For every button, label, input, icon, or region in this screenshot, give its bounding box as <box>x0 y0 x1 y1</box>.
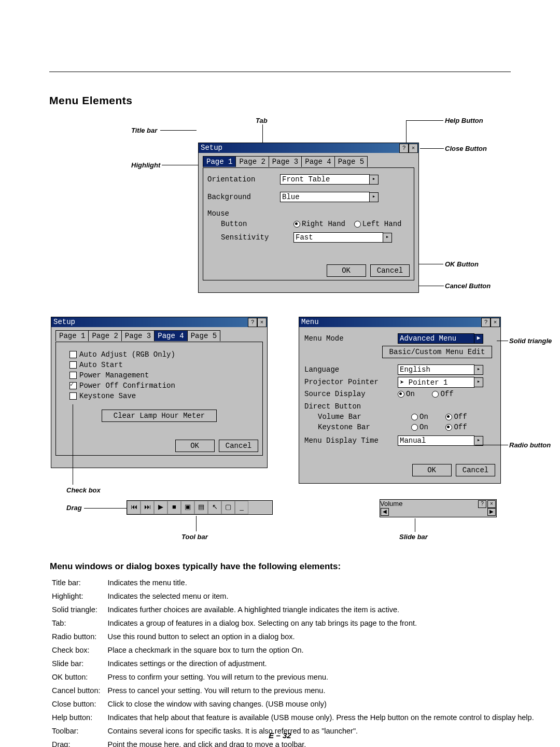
tab-page2[interactable]: Page 2 <box>235 156 269 167</box>
leader <box>415 518 415 532</box>
volume-title: Volume <box>380 500 402 508</box>
desc-text: Press to confirm your setting. You will … <box>108 671 540 683</box>
dropdown-icon[interactable]: ▸ <box>369 175 379 185</box>
dropdown-icon[interactable]: ▸ <box>474 365 483 375</box>
desc-term: OK button: <box>52 671 107 683</box>
label-titlebar: Title bar <box>131 126 157 134</box>
tool-blank-icon[interactable]: ▢ <box>221 501 235 514</box>
help-icon[interactable]: ? <box>399 144 409 153</box>
tab-page5[interactable]: Page 5 <box>187 330 220 341</box>
cancel-button[interactable]: Cancel <box>456 464 495 476</box>
slide-right-icon[interactable]: ▶ <box>487 508 496 516</box>
tool-minimize-icon[interactable]: _ <box>235 501 248 514</box>
slide-left-icon[interactable]: ◀ <box>381 508 389 516</box>
radio-left-hand[interactable] <box>354 221 361 228</box>
help-icon[interactable]: ? <box>478 500 486 508</box>
close-icon[interactable]: × <box>491 318 500 327</box>
tab-page3[interactable]: Page 3 <box>121 330 155 341</box>
pointer-value: Pointer 1 <box>409 378 448 387</box>
tab-page5[interactable]: Page 5 <box>334 156 368 167</box>
cb-power-off-confirm[interactable] <box>69 382 77 389</box>
basic-custom-edit-button[interactable]: Basic/Custom Menu Edit <box>382 346 492 358</box>
dropdown-icon[interactable]: ▸ <box>383 233 392 243</box>
radio-vol-on[interactable] <box>411 414 418 420</box>
tool-step-icon[interactable]: ⏭ <box>141 501 154 514</box>
background-label: Background <box>207 193 280 201</box>
on-label: On <box>406 390 415 398</box>
tab-page2[interactable]: Page 2 <box>88 330 121 341</box>
tool-view-icon[interactable]: ▣ <box>181 501 194 514</box>
button-label: Button <box>207 220 293 228</box>
language-select[interactable]: English <box>398 364 474 375</box>
close-icon[interactable]: × <box>487 500 496 508</box>
radio-vol-off[interactable] <box>445 414 452 420</box>
tool-list-icon[interactable]: ▤ <box>194 501 208 514</box>
close-icon[interactable]: × <box>257 318 267 327</box>
titlebar[interactable]: Menu ? × <box>299 317 500 327</box>
tool-rewind-icon[interactable]: ⏮ <box>127 501 141 514</box>
clear-lamp-button[interactable]: Clear Lamp Hour Meter <box>102 410 217 422</box>
toolbar[interactable]: ⏮⏭▶■▣▤↖▢_ <box>127 500 273 515</box>
cb-keystone-save[interactable] <box>69 392 77 400</box>
menu-mode-select[interactable]: Advanced Menu <box>398 333 474 344</box>
volume-slidebar[interactable]: Volume ? × ◀ ▶ <box>380 499 497 517</box>
tool-pointer-icon[interactable]: ↖ <box>208 501 221 514</box>
orientation-label: Orientation <box>207 175 280 184</box>
tab-page1[interactable]: Page 1 <box>55 330 89 341</box>
menu-mode-label: Menu Mode <box>304 334 398 343</box>
close-icon[interactable]: × <box>409 144 418 153</box>
mouse-label: Mouse <box>207 209 229 218</box>
label-drag: Drag <box>66 504 82 512</box>
label-close: Close Button <box>445 145 487 152</box>
background-select[interactable]: Blue <box>280 192 370 202</box>
orientation-select[interactable]: Front Table <box>280 174 370 185</box>
solid-triangle-icon[interactable]: ▶ <box>474 334 483 344</box>
title-text: Menu <box>301 318 319 326</box>
tool-play-icon[interactable]: ▶ <box>154 501 167 514</box>
titlebar[interactable]: Setup ? × <box>51 317 267 327</box>
pointer-select[interactable]: ➤ Pointer 1 <box>398 377 474 388</box>
cb-power-mgmt[interactable] <box>69 372 77 379</box>
radio-key-on[interactable] <box>411 424 418 431</box>
tab-page4[interactable]: Page 4 <box>154 330 187 341</box>
ok-button[interactable]: OK <box>327 264 366 277</box>
cb-auto-start[interactable] <box>69 361 77 369</box>
label-highlight: Highlight <box>131 161 160 169</box>
tab-page1[interactable]: Page 1 <box>203 156 236 167</box>
titlebar[interactable]: Setup ? × <box>199 143 418 153</box>
page-title: Menu Elements <box>49 94 133 107</box>
tool-stop-icon[interactable]: ■ <box>167 501 181 514</box>
page-footer: E – 32 <box>0 731 560 740</box>
dropdown-icon[interactable]: ▸ <box>474 377 483 387</box>
radio-right-hand[interactable] <box>293 221 300 228</box>
tab-page3[interactable]: Page 3 <box>269 156 302 167</box>
display-time-select[interactable]: Manual <box>398 435 474 446</box>
off-label: Off <box>440 390 453 398</box>
sensitivity-label: Sensitivity <box>207 233 293 242</box>
desc-text: Press to cancel your setting. You will r… <box>108 684 540 697</box>
desc-term: Help button: <box>52 711 107 724</box>
radio-source-off[interactable] <box>432 391 439 398</box>
cb-label: Auto Start <box>79 361 123 369</box>
help-icon[interactable]: ? <box>248 318 257 327</box>
dropdown-icon[interactable]: ▸ <box>369 192 379 202</box>
ok-button[interactable]: OK <box>412 464 452 476</box>
radio-source-on[interactable] <box>398 391 404 398</box>
cancel-button[interactable]: Cancel <box>219 440 258 452</box>
cb-auto-adjust[interactable] <box>69 351 77 358</box>
desc-term: Cancel button: <box>52 684 107 697</box>
cancel-button[interactable]: Cancel <box>370 264 410 277</box>
ok-button[interactable]: OK <box>175 440 215 452</box>
cb-label: Auto Adjust (RGB Only) <box>79 350 175 359</box>
dropdown-icon[interactable]: ▸ <box>474 436 483 446</box>
desc-text: Indicates a group of features in a dialo… <box>108 617 540 629</box>
leader <box>84 508 127 509</box>
direct-button-label: Direct Button <box>304 402 361 411</box>
cb-label: Power Off Confirmation <box>79 382 175 390</box>
tab-page4[interactable]: Page 4 <box>301 156 334 167</box>
radio-key-off[interactable] <box>445 424 452 431</box>
help-icon[interactable]: ? <box>481 318 491 327</box>
sensitivity-select[interactable]: Fast <box>293 232 383 243</box>
on-label: On <box>419 413 428 421</box>
desc-text: Indicates the menu title. <box>108 576 540 589</box>
